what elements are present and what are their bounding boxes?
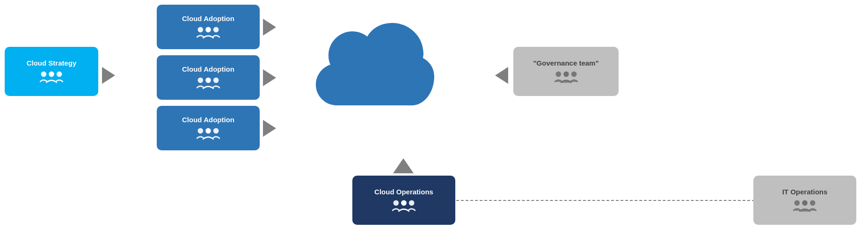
arrow-adoption3-to-cloud bbox=[263, 120, 276, 137]
svg-point-14 bbox=[409, 200, 415, 206]
svg-point-10 bbox=[205, 128, 211, 133]
governance-team-label: "Governance team" bbox=[533, 59, 598, 67]
svg-point-18 bbox=[795, 200, 800, 206]
svg-point-13 bbox=[401, 200, 407, 206]
it-operations-label: IT Operations bbox=[782, 188, 828, 196]
arrow-operations-to-cloud bbox=[393, 158, 414, 173]
cloud-adoption-3-label: Cloud Adoption bbox=[182, 116, 234, 124]
cloud-operations-label: Cloud Operations bbox=[374, 188, 433, 196]
cloud-adoption-2-label: Cloud Adoption bbox=[182, 65, 234, 74]
svg-point-7 bbox=[205, 77, 211, 83]
cloud-adoption-3-icon bbox=[197, 127, 220, 141]
arrow-governance-from-cloud bbox=[495, 67, 508, 84]
svg-point-8 bbox=[213, 77, 219, 83]
svg-point-15 bbox=[555, 71, 561, 77]
svg-point-1 bbox=[49, 71, 54, 77]
cloud-adoption-box-2: Cloud Adoption bbox=[157, 55, 260, 100]
svg-point-17 bbox=[571, 71, 576, 77]
cloud-adoption-box-1: Cloud Adoption bbox=[157, 5, 260, 49]
svg-point-4 bbox=[205, 27, 211, 32]
governance-team-box: "Governance team" bbox=[513, 47, 619, 96]
svg-point-6 bbox=[198, 77, 204, 83]
svg-point-9 bbox=[198, 128, 204, 133]
svg-point-16 bbox=[563, 71, 569, 77]
it-operations-icon bbox=[793, 199, 817, 213]
cloud-adoption-box-3: Cloud Adoption bbox=[157, 106, 260, 150]
svg-point-12 bbox=[394, 200, 399, 206]
svg-point-3 bbox=[198, 27, 204, 32]
arrow-strategy-to-adoption bbox=[102, 67, 115, 84]
svg-point-2 bbox=[57, 71, 62, 77]
arrow-adoption1-to-cloud bbox=[263, 19, 276, 36]
cloud-shape bbox=[299, 14, 440, 136]
it-operations-box: IT Operations bbox=[753, 176, 856, 225]
svg-point-20 bbox=[810, 200, 816, 206]
svg-point-0 bbox=[41, 71, 47, 77]
svg-point-11 bbox=[213, 128, 219, 133]
svg-point-5 bbox=[213, 27, 219, 32]
cloud-adoption-1-icon bbox=[197, 26, 220, 40]
diagram-canvas: Cloud Strategy Cloud Adoption bbox=[0, 0, 868, 244]
svg-point-19 bbox=[802, 200, 808, 206]
cloud-strategy-icon bbox=[40, 70, 63, 84]
cloud-adoption-1-label: Cloud Adoption bbox=[182, 15, 234, 23]
cloud-operations-icon bbox=[392, 199, 416, 213]
arrow-adoption2-to-cloud bbox=[263, 69, 276, 86]
cloud-strategy-box: Cloud Strategy bbox=[5, 47, 98, 96]
governance-team-icon bbox=[554, 70, 578, 84]
cloud-strategy-label: Cloud Strategy bbox=[27, 59, 77, 67]
cloud-adoption-2-icon bbox=[197, 76, 220, 90]
dashed-line-ops bbox=[456, 200, 755, 201]
cloud-operations-box: Cloud Operations bbox=[352, 176, 455, 225]
